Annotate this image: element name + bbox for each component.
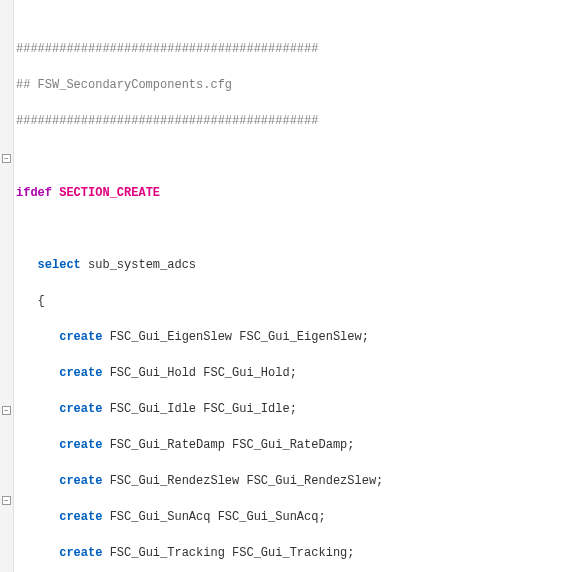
create-stmt: FSC_Gui_RendezSlew FSC_Gui_RendezSlew;: [110, 474, 384, 488]
keyword-create: create: [59, 402, 102, 416]
code-editor[interactable]: ########################################…: [0, 0, 576, 572]
comment-filename: ## FSW_SecondaryComponents.cfg: [16, 78, 232, 92]
create-stmt: FSC_Gui_Idle FSC_Gui_Idle;: [110, 402, 297, 416]
keyword-ifdef: ifdef: [16, 186, 52, 200]
create-stmt: FSC_Gui_Hold FSC_Gui_Hold;: [110, 366, 297, 380]
fold-icon[interactable]: −: [2, 406, 11, 415]
keyword-select: select: [38, 258, 81, 272]
create-stmt: FSC_Gui_EigenSlew FSC_Gui_EigenSlew;: [110, 330, 369, 344]
keyword-create: create: [59, 438, 102, 452]
keyword-create: create: [59, 510, 102, 524]
comment-hash: ########################################…: [16, 42, 318, 56]
keyword-create: create: [59, 366, 102, 380]
section-name: SECTION_CREATE: [59, 186, 160, 200]
create-stmt: FSC_Gui_SunAcq FSC_Gui_SunAcq;: [110, 510, 326, 524]
fold-icon[interactable]: −: [2, 496, 11, 505]
keyword-create: create: [59, 546, 102, 560]
create-stmt: FSC_Gui_Tracking FSC_Gui_Tracking;: [110, 546, 355, 560]
fold-icon[interactable]: −: [2, 154, 11, 163]
create-stmt: FSC_Gui_RateDamp FSC_Gui_RateDamp;: [110, 438, 355, 452]
comment-hash: ########################################…: [16, 114, 318, 128]
identifier: sub_system_adcs: [88, 258, 196, 272]
keyword-create: create: [59, 474, 102, 488]
keyword-create: create: [59, 330, 102, 344]
brace-open: {: [38, 294, 45, 308]
fold-gutter: − − −: [0, 0, 14, 572]
